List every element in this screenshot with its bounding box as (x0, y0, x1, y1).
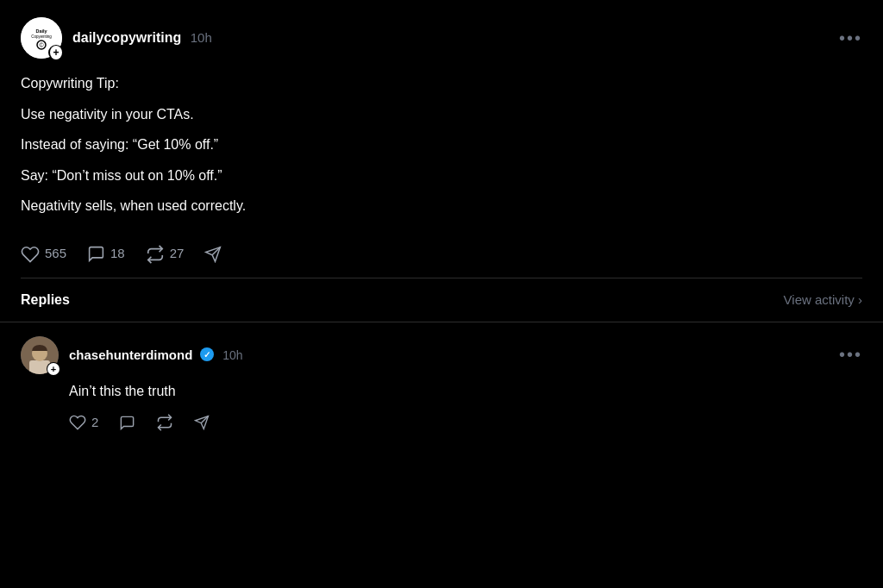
author-username[interactable]: dailycopywriting (72, 30, 181, 45)
replies-section: Replies View activity › (0, 278, 883, 322)
author-avatar[interactable]: Daily Copywriting © + (21, 17, 62, 59)
reply-repost-icon (156, 412, 173, 432)
repost-button[interactable]: 27 (146, 243, 185, 264)
post-line-2: Use negativity in your CTAs. (21, 103, 862, 126)
post-actions: 565 18 27 (21, 233, 862, 278)
post-line-4: Say: “Don’t miss out on 10% off.” (21, 165, 862, 187)
author-info: dailycopywriting 10h (72, 30, 212, 46)
post-text: Copywriting Tip: Use negativity in your … (21, 72, 862, 217)
like-count: 565 (45, 246, 66, 260)
svg-text:Daily: Daily (35, 28, 47, 34)
repost-icon (146, 243, 165, 264)
reply-actions: 2 (21, 412, 862, 446)
reply-timestamp: 10h (222, 348, 242, 362)
reply-heart-icon (69, 412, 86, 432)
reply-comment-icon (119, 412, 135, 432)
heart-icon (21, 243, 40, 264)
replies-label: Replies (21, 292, 70, 308)
repost-count: 27 (170, 246, 185, 260)
reply-author-info: chasehunterdimond 10h (69, 347, 243, 363)
svg-text:©: © (39, 42, 44, 48)
like-button[interactable]: 565 (21, 243, 66, 264)
share-button[interactable] (204, 243, 222, 263)
svg-text:Copywriting: Copywriting (31, 34, 52, 39)
reply-author-username[interactable]: chasehunterdimond (69, 347, 192, 362)
reply-text: Ain’t this the truth (21, 381, 862, 402)
reply-repost-button[interactable] (156, 412, 173, 432)
comment-button[interactable]: 18 (87, 243, 125, 263)
reply-container: + chasehunterdimond 10h ••• Ain’t this t… (0, 322, 883, 446)
post-container: Daily Copywriting © + dailycopywriting 1… (0, 0, 883, 278)
reply-like-button[interactable]: 2 (69, 412, 98, 432)
post-line-1: Copywriting Tip: (21, 72, 862, 95)
reply-author-avatar[interactable]: + (21, 336, 59, 374)
reply-comment-button[interactable] (119, 412, 135, 432)
share-icon (204, 243, 222, 263)
reply-share-button[interactable] (194, 412, 210, 432)
verified-icon (200, 347, 214, 361)
post-header: Daily Copywriting © + dailycopywriting 1… (21, 17, 862, 59)
reply-more-options-button[interactable]: ••• (839, 345, 862, 365)
post-line-5: Negativity sells, when used correctly. (21, 195, 862, 217)
reply-share-icon (194, 412, 210, 432)
post-timestamp: 10h (191, 30, 212, 45)
reply-header: + chasehunterdimond 10h ••• (21, 336, 862, 374)
post-line-3: Instead of saying: “Get 10% off.” (21, 134, 862, 156)
post-content: Copywriting Tip: Use negativity in your … (21, 72, 862, 217)
comment-icon (87, 243, 105, 263)
view-activity-button[interactable]: View activity › (784, 292, 862, 307)
post-header-left: Daily Copywriting © + dailycopywriting 1… (21, 17, 212, 59)
comment-count: 18 (110, 246, 125, 260)
post-more-options-button[interactable]: ••• (839, 28, 862, 48)
reply-header-left: + chasehunterdimond 10h (21, 336, 243, 374)
reply-like-count: 2 (91, 415, 98, 429)
